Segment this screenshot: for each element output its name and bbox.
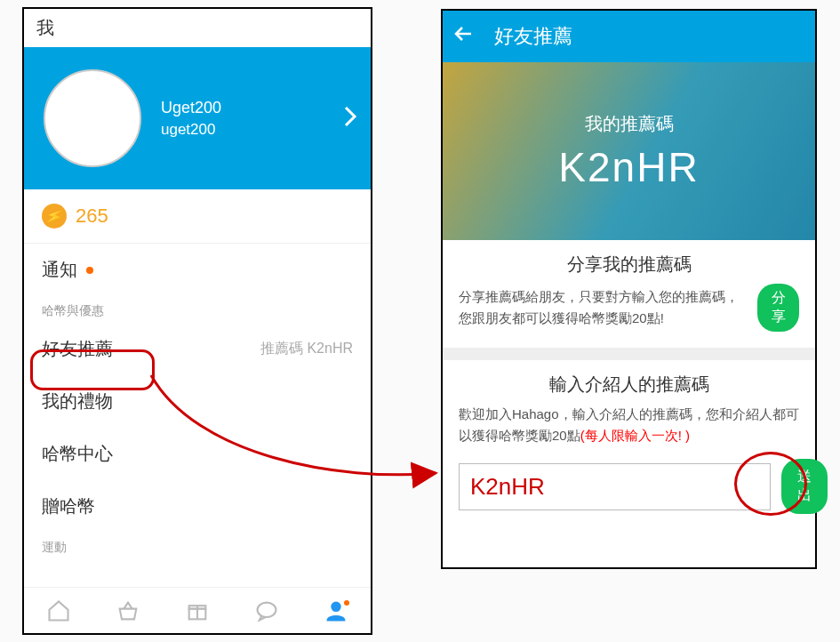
share-button[interactable]: 分享 (757, 284, 799, 332)
refer-friends-label: 好友推薦 (42, 337, 113, 361)
tab-gift[interactable] (163, 588, 232, 633)
coin-center-row[interactable]: 哈幣中心 (24, 428, 371, 480)
enter-body: 歡迎加入Hahago，輸入介紹人的推薦碼，您和介紹人都可以獲得哈幣獎勵20點(每… (459, 404, 799, 446)
share-body: 分享推薦碼給朋友，只要對方輸入您的推薦碼，您跟朋友都可以獲得哈幣獎勵20點! (459, 286, 747, 329)
tab-bar (24, 587, 371, 633)
profile-names: Uget200 uget200 (161, 99, 221, 139)
submit-button[interactable]: 送出 (781, 459, 828, 514)
coin-icon: ⚡ (42, 204, 67, 229)
svg-point-3 (258, 602, 276, 616)
hero-code: K2nHR (558, 143, 699, 191)
notifications-label: 通知 (42, 258, 77, 282)
tab-me[interactable] (301, 588, 371, 633)
avatar (44, 69, 141, 167)
tab-chat[interactable] (232, 588, 301, 633)
share-title: 分享我的推薦碼 (459, 253, 799, 277)
my-gifts-row[interactable]: 我的禮物 (24, 375, 371, 428)
coin-balance: 265 (76, 205, 108, 228)
notifications-row[interactable]: 通知 (24, 244, 371, 296)
unread-dot-icon (86, 267, 93, 274)
give-coins-label: 贈哈幣 (42, 494, 95, 518)
enter-card: 輸入介紹人的推薦碼 歡迎加入Hahago，輸入介紹人的推薦碼，您和介紹人都可以獲… (443, 360, 815, 530)
enter-title: 輸入介紹人的推薦碼 (459, 373, 799, 397)
notification-dot-icon (344, 600, 349, 606)
coins-row[interactable]: ⚡ 265 (24, 189, 371, 244)
my-gifts-label: 我的禮物 (42, 389, 113, 413)
chevron-right-icon (342, 104, 358, 132)
section-coins: 哈幣與優惠 (24, 296, 371, 323)
header-bar: 好友推薦 (443, 11, 815, 62)
share-card: 分享我的推薦碼 分享推薦碼給朋友，只要對方輸入您的推薦碼，您跟朋友都可以獲得哈幣… (443, 240, 815, 360)
enter-warn: (每人限輸入一次! ) (580, 428, 690, 443)
profile-banner[interactable]: Uget200 uget200 (24, 47, 371, 189)
section-sport: 運動 (24, 533, 371, 559)
give-coins-row[interactable]: 贈哈幣 (24, 480, 371, 533)
phone-a-frame: 我 Uget200 uget200 ⚡ 265 通知 哈幣與優惠 好友推薦 推薦… (22, 7, 372, 635)
phone-b-frame: 好友推薦 我的推薦碼 K2nHR 分享我的推薦碼 分享推薦碼給朋友，只要對方輸入… (441, 9, 817, 569)
userid: uget200 (161, 121, 221, 139)
page-title: 我 (24, 9, 371, 47)
header-title: 好友推薦 (494, 23, 572, 50)
hero-label: 我的推薦碼 (585, 112, 674, 136)
coin-center-label: 哈幣中心 (42, 442, 113, 466)
refer-friends-row[interactable]: 好友推薦 推薦碼 K2nHR (24, 323, 371, 375)
refer-code-sub: 推薦碼 K2nHR (260, 340, 353, 358)
svg-point-4 (332, 602, 340, 610)
refer-code-input[interactable] (459, 463, 771, 510)
tab-home[interactable] (24, 588, 93, 633)
tab-basket[interactable] (93, 588, 163, 633)
back-button[interactable] (453, 23, 475, 50)
username: Uget200 (161, 99, 221, 117)
hero-banner: 我的推薦碼 K2nHR (443, 62, 815, 240)
